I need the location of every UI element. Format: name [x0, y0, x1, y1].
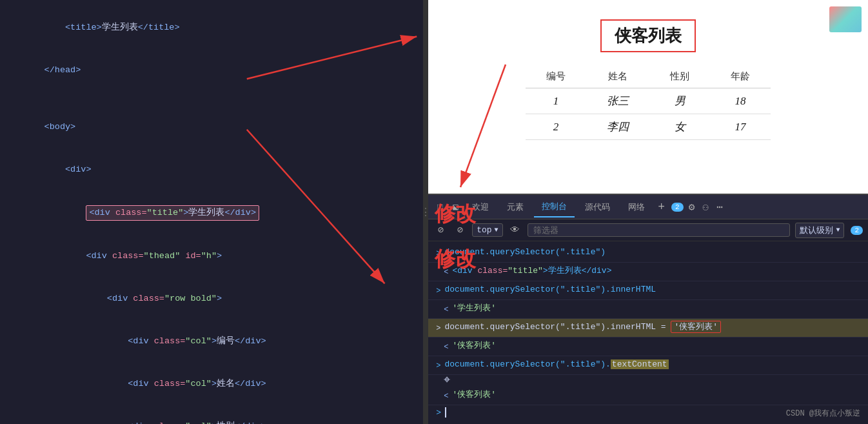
top-label: top: [477, 225, 491, 235]
level-selector[interactable]: 默认级别 ▼: [795, 223, 844, 238]
prompt-arrow: >: [436, 322, 440, 335]
input-prompt: >: [436, 408, 441, 418]
console-code-highlighted: document.querySelector(".title").innerHT…: [444, 321, 721, 334]
page-title: 侠客列表: [600, 19, 696, 52]
level-label: 默认级别: [800, 225, 833, 236]
eye-icon[interactable]: 👁: [508, 223, 522, 237]
code-line: <div class="row bold">: [13, 278, 410, 320]
code-line: <div class="thead" id="h">: [13, 235, 410, 278]
table-row: 1 张三 男 18: [526, 88, 771, 114]
settings-icon[interactable]: ⚙: [686, 201, 698, 214]
console-string: '侠客列表': [452, 339, 496, 352]
cell-name: 李四: [586, 114, 649, 140]
cursor-position: ⌖: [428, 375, 868, 387]
console-line-input: > document.querySelector(".title").inner…: [428, 281, 868, 300]
preview-table: 编号 姓名 性别 年龄 1 张三 男 18 2 李四: [526, 65, 771, 140]
code-line: <div class="col">性别</div>: [13, 405, 410, 424]
code-lines: <title>学生列表</title> </head> <body> <div>…: [13, 6, 410, 424]
code-line: <div class="col">姓名</div>: [13, 363, 410, 405]
preview-area: 侠客列表 编号 姓名 性别 年龄 1 张三 男 18: [428, 0, 868, 194]
col-header-age: 年龄: [710, 65, 771, 88]
cell-age: 18: [710, 88, 771, 114]
col-header-name: 姓名: [586, 65, 649, 88]
table-row: 2 李四 女 17: [526, 114, 771, 140]
cell-gender: 女: [649, 114, 710, 140]
result-arrow: <: [444, 341, 448, 354]
modify-label-overlay: 修改: [435, 200, 476, 228]
code-line: <div class="col">编号</div>: [13, 320, 410, 363]
col-header-gender: 性别: [649, 65, 710, 88]
tab-elements[interactable]: 元素: [499, 197, 531, 217]
csdn-watermark: CSDN @我有点小叛逆: [786, 408, 860, 419]
more-icon[interactable]: ⋯: [714, 201, 725, 214]
console-output[interactable]: > document.querySelector(".title") < <di…: [428, 241, 868, 424]
code-line: [13, 92, 410, 106]
console-line-output: < '侠客列表': [428, 338, 868, 356]
svg-line-4: [460, 65, 506, 187]
prompt-arrow: >: [436, 285, 440, 298]
tab-network[interactable]: 网络: [620, 197, 653, 217]
chevron-down-icon: ▼: [836, 227, 840, 234]
console-line-output: < <div class="title">学生列表</div>: [428, 263, 868, 281]
console-line-highlighted: > document.querySelector(".title").inner…: [428, 319, 868, 338]
col-header-id: 编号: [526, 65, 586, 88]
console-line-input: > document.querySelector(".title").textC…: [428, 356, 868, 375]
console-line-output: < '侠客列表': [428, 387, 868, 405]
result-arrow: <: [444, 390, 448, 403]
console-string: '学生列表': [452, 302, 496, 315]
devtools-tabs: ⬚ ⬕ 欢迎 元素 控制台 源代码 网络 + 2 ⚙ ⚇ ⋯: [428, 195, 868, 219]
code-editor: <title>学生列表</title> </head> <body> <div>…: [0, 0, 423, 424]
console-code: document.querySelector(".title").textCon…: [444, 358, 668, 371]
context-selector[interactable]: top ▼: [472, 223, 502, 237]
profile-icon[interactable]: ⚇: [700, 201, 711, 214]
prompt-arrow: >: [436, 359, 440, 372]
cell-id: 1: [526, 88, 586, 114]
console-string: '侠客列表': [452, 389, 496, 401]
cursor: [445, 407, 446, 418]
filter-input[interactable]: [528, 223, 791, 237]
dropdown-icon: ▼: [495, 227, 498, 234]
console-code: document.querySelector(".title").innerHT…: [444, 283, 656, 296]
cell-name: 张三: [586, 88, 649, 114]
console-line-input: > document.querySelector(".title"): [428, 244, 868, 263]
console-result: <div class="title">学生列表</div>: [452, 265, 611, 278]
code-line: </head>: [13, 49, 410, 92]
add-tab-button[interactable]: +: [655, 201, 667, 214]
panel-divider[interactable]: [423, 0, 428, 424]
console-toolbar: ⊘ ⊘ top ▼ 👁 默认级别 ▼ 2: [428, 219, 868, 241]
console-line-output: < '学生列表': [428, 300, 868, 319]
cell-gender: 男: [649, 88, 710, 114]
result-arrow: <: [444, 303, 448, 316]
code-line: <title>学生列表</title>: [13, 6, 410, 49]
cell-id: 2: [526, 114, 586, 140]
thumbnail: [829, 6, 862, 32]
cell-age: 17: [710, 114, 771, 140]
tab-console[interactable]: 控制台: [534, 197, 575, 217]
right-panel: 侠客列表 编号 姓名 性别 年龄 1 张三 男 18: [428, 0, 868, 424]
devtools-panel: ⬚ ⬕ 欢迎 元素 控制台 源代码 网络 + 2 ⚙ ⚇ ⋯ ⊘ ⊘ top ▼…: [428, 194, 868, 424]
badge-count: 2: [671, 203, 684, 212]
code-line: <body>: [13, 106, 410, 148]
code-line: <div>: [13, 148, 410, 191]
code-line-highlighted: <div class="title">学生列表</div>: [13, 191, 410, 235]
tab-sources[interactable]: 源代码: [577, 197, 618, 217]
level-badge: 2: [851, 226, 863, 235]
